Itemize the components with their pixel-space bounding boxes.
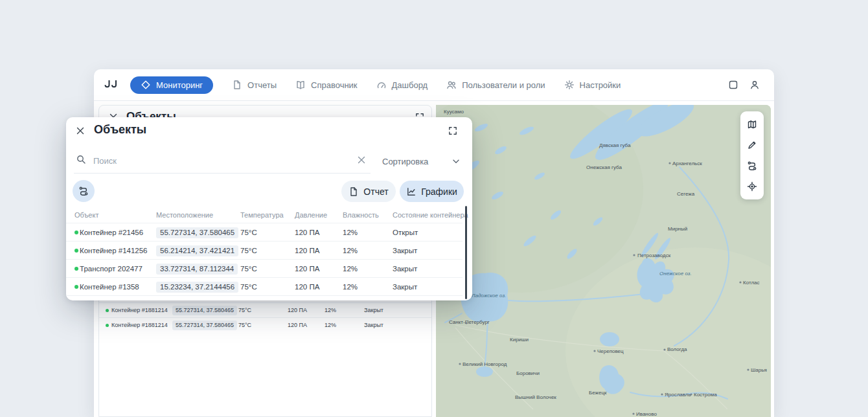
report-button-label: Отчет [363, 186, 388, 197]
temperature-value: 75°C [240, 223, 257, 242]
map-view[interactable]: Куусамо Дявская губа Онежская губа Архан… [436, 105, 771, 417]
map-label: Онежская губа [586, 164, 622, 170]
status-dot [106, 324, 109, 327]
map-layers-button[interactable] [743, 115, 761, 133]
people-icon [446, 80, 457, 90]
search-icon [76, 154, 86, 164]
table-row[interactable]: Контейнер #1358 15.23234, 37.2144456 75°… [66, 278, 463, 296]
map-label: Боровичи [516, 370, 540, 376]
nav-item-users-roles[interactable]: Пользователи и роли [446, 80, 545, 90]
pressure-value: 120 ПА [295, 242, 319, 260]
location-chip[interactable]: 56.214214, 37.421421 [156, 245, 238, 256]
map-label: Кириши [510, 337, 529, 343]
container-state: Закрыт [364, 303, 383, 318]
nav-label: Дашборд [392, 80, 428, 90]
status-dot [106, 309, 109, 312]
diamond-icon [141, 80, 151, 90]
column-header: Местоположение [156, 211, 213, 219]
charts-button-label: Графики [421, 186, 457, 197]
nav-item-settings[interactable]: Настройки [564, 80, 621, 90]
map-label: Куусамо [444, 109, 464, 115]
gauge-icon [376, 80, 387, 90]
container-state: Закрыт [364, 318, 383, 333]
nav-item-directory[interactable]: Справочник [295, 80, 358, 90]
pressure-value: 120 ПА [295, 223, 319, 242]
window-icon[interactable] [728, 80, 738, 90]
column-header: Давление [295, 211, 327, 219]
objects-modal: Объекты Сортировка Отчет Графики Объект … [66, 117, 472, 300]
map-label: Петрозаводск [637, 253, 670, 258]
map-draw-button[interactable] [743, 136, 761, 154]
gear-icon [564, 80, 575, 90]
table-row[interactable]: Контейнер #21456 55.727314, 37.580465 75… [66, 223, 463, 242]
object-name: Контейнер #1358 [80, 278, 139, 296]
document-icon [348, 186, 359, 197]
nav-item-monitoring[interactable]: Мониторинг [130, 76, 213, 94]
sort-dropdown[interactable]: Сортировка [382, 153, 461, 169]
pressure-value: 120 ПА [295, 260, 319, 278]
pencil-icon [747, 140, 757, 150]
object-name: Контейнер #141256 [80, 242, 148, 260]
container-state: Закрыт [393, 242, 417, 260]
status-dot [74, 267, 78, 271]
location-chip: 55.727314, 37.580465 [172, 321, 237, 330]
map-label: Великий Новгород [463, 361, 507, 367]
chart-icon [406, 186, 417, 197]
column-header: Состояние контейнера [393, 211, 468, 219]
route-filter-button[interactable] [73, 180, 95, 202]
humidity-value: 12% [343, 223, 358, 242]
map-controls [740, 111, 764, 199]
table-row[interactable]: Транспорт 202477 33.727314, 87.112344 75… [66, 260, 463, 278]
column-header: Объект [74, 211, 98, 219]
charts-button[interactable]: Графики [400, 181, 464, 202]
map-label: Ладожское оз. [472, 293, 506, 299]
table-row[interactable]: Контейнер #1881214 55.727314, 37.580465 … [99, 302, 431, 317]
table-row[interactable]: Контейнер #141256 56.214214, 37.421421 7… [66, 242, 463, 260]
object-name: Контейнер #1881214 [111, 303, 168, 318]
nav-label: Пользователи и роли [462, 80, 545, 90]
humidity-value: 12% [343, 242, 358, 260]
column-header: Влажность [343, 211, 379, 219]
clear-search-icon[interactable] [356, 155, 367, 165]
search-input[interactable] [93, 152, 349, 169]
map-route-button[interactable] [743, 157, 761, 175]
map-label: Череповец [597, 348, 624, 354]
report-button[interactable]: Отчет [341, 181, 396, 202]
table-scrollbar[interactable] [465, 206, 467, 299]
nav-label: Мониторинг [156, 80, 203, 90]
top-navbar: Мониторинг Отчеты Справочник Дашборд Пол… [94, 69, 774, 101]
map-label: Дявская губа [599, 142, 630, 148]
location-chip[interactable]: 15.23234, 37.2144456 [156, 282, 238, 293]
navbar-right [728, 80, 760, 90]
map-label: Санкт-Петербург [449, 319, 490, 325]
expand-icon[interactable] [448, 126, 458, 136]
map-label: Шарья [751, 367, 767, 373]
search-underline [74, 173, 371, 174]
pressure-value: 120 ПА [288, 303, 307, 318]
app-logo [103, 78, 119, 91]
map-locate-button[interactable] [743, 177, 761, 196]
pressure-value: 120 ПА [288, 318, 307, 333]
book-icon [295, 80, 306, 90]
temperature-value: 75°C [238, 318, 251, 333]
location-chip[interactable]: 55.727314, 37.580465 [156, 227, 238, 238]
profile-icon[interactable] [749, 80, 760, 90]
object-name: Транспорт 202477 [80, 260, 143, 278]
nav-item-dashboard[interactable]: Дашборд [376, 80, 428, 90]
container-state: Открыт [393, 223, 418, 242]
container-state: Закрыт [393, 278, 417, 296]
close-icon[interactable] [75, 126, 86, 136]
temperature-value: 75°C [238, 303, 251, 318]
route-icon [747, 161, 757, 171]
nav-label: Отчеты [247, 80, 277, 90]
nav-item-reports[interactable]: Отчеты [232, 80, 277, 90]
map-label: Архангельск [672, 161, 702, 166]
map-label: Вологда [667, 346, 687, 352]
container-state: Закрыт [393, 260, 417, 278]
modal-title: Объекты [94, 123, 146, 137]
humidity-value: 12% [343, 260, 358, 278]
location-chip[interactable]: 33.727314, 87.112344 [156, 264, 238, 275]
table-row[interactable]: Контейнер #1881214 55.727314, 37.580465 … [99, 317, 431, 332]
map-icon [747, 119, 757, 130]
location-chip: 55.727314, 37.580465 [172, 306, 237, 315]
